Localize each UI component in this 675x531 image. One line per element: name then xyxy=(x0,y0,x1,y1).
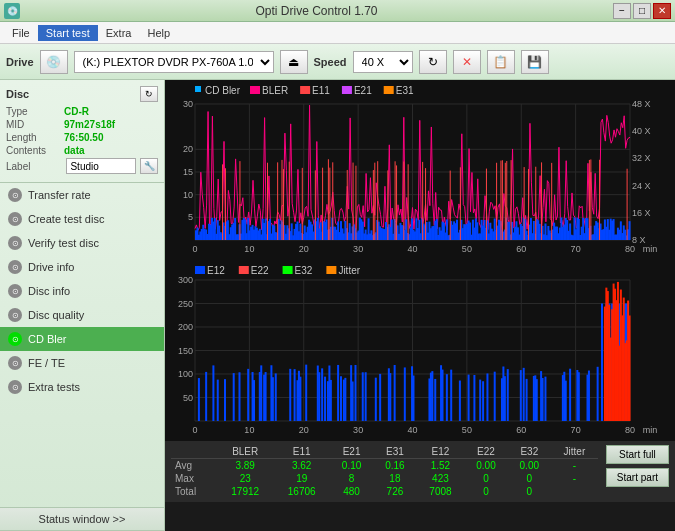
stats-buttons: Start full Start part xyxy=(606,445,669,487)
disc-refresh-button[interactable]: ↻ xyxy=(140,86,158,102)
speed-label: Speed xyxy=(314,56,347,68)
col-row-label xyxy=(171,445,217,459)
sidebar-item-extra-tests[interactable]: ⊙ Extra tests xyxy=(0,375,164,399)
stats-cell: 423 xyxy=(417,472,465,485)
refresh-button[interactable]: ↻ xyxy=(419,50,447,74)
window-title: Opti Drive Control 1.70 xyxy=(20,4,613,18)
copy-button[interactable]: 📋 xyxy=(487,50,515,74)
start-part-button[interactable]: Start part xyxy=(606,468,669,487)
window-controls: − □ ✕ xyxy=(613,3,671,19)
stats-cell: - xyxy=(551,459,598,473)
stats-cell: 3.89 xyxy=(217,459,274,473)
sidebar-item-transfer-rate[interactable]: ⊙ Transfer rate xyxy=(0,183,164,207)
drive-icon-btn[interactable]: 💿 xyxy=(40,50,68,74)
stats-cell: 0 xyxy=(508,485,551,498)
stats-cell: 0.00 xyxy=(508,459,551,473)
stats-cell: 0 xyxy=(464,485,507,498)
disc-type-label: Type xyxy=(6,106,64,117)
sidebar-item-disc-quality-label: Disc quality xyxy=(28,309,84,321)
sidebar-item-cd-bler-label: CD Bler xyxy=(28,333,67,345)
disc-mid-value: 97m27s18f xyxy=(64,119,115,130)
stats-cell: 0 xyxy=(464,472,507,485)
sidebar-item-cd-bler[interactable]: ⊙ CD Bler xyxy=(0,327,164,351)
disc-label-input[interactable] xyxy=(66,158,136,174)
stats-cell: 0 xyxy=(508,472,551,485)
disc-contents-value: data xyxy=(64,145,85,156)
stats-cell: 480 xyxy=(330,485,373,498)
app-icon: 💿 xyxy=(4,3,20,19)
stats-cell: 726 xyxy=(373,485,416,498)
col-bler: BLER xyxy=(217,445,274,459)
stats-cell xyxy=(551,485,598,498)
menu-help[interactable]: Help xyxy=(139,25,178,41)
sidebar-item-fe-te-label: FE / TE xyxy=(28,357,65,369)
stats-cell: 1.52 xyxy=(417,459,465,473)
stats-cell: 7008 xyxy=(417,485,465,498)
col-e31: E31 xyxy=(373,445,416,459)
sidebar-item-drive-info[interactable]: ⊙ Drive info xyxy=(0,255,164,279)
sidebar: Disc ↻ Type CD-R MID 97m27s18f Length 76… xyxy=(0,80,165,531)
sidebar-item-create-test-disc[interactable]: ⊙ Create test disc xyxy=(0,207,164,231)
col-e22: E22 xyxy=(464,445,507,459)
sidebar-item-verify-test-disc[interactable]: ⊙ Verify test disc xyxy=(0,231,164,255)
stats-row-label: Max xyxy=(171,472,217,485)
menu-extra[interactable]: Extra xyxy=(98,25,140,41)
start-full-button[interactable]: Start full xyxy=(606,445,669,464)
clear-button[interactable]: ✕ xyxy=(453,50,481,74)
status-window-button[interactable]: Status window >> xyxy=(0,507,164,531)
drive-label: Drive xyxy=(6,56,34,68)
stats-row-label: Total xyxy=(171,485,217,498)
stats-row-label: Avg xyxy=(171,459,217,473)
stats-cell: 17912 xyxy=(217,485,274,498)
sidebar-item-verify-test-disc-label: Verify test disc xyxy=(28,237,99,249)
stats-tbody: Avg3.893.620.100.161.520.000.00-Max23198… xyxy=(171,459,598,499)
col-e21: E21 xyxy=(330,445,373,459)
sidebar-item-disc-quality[interactable]: ⊙ Disc quality xyxy=(0,303,164,327)
sidebar-item-transfer-rate-label: Transfer rate xyxy=(28,189,91,201)
sidebar-menu: ⊙ Transfer rate ⊙ Create test disc ⊙ Ver… xyxy=(0,183,164,507)
disc-quality-icon: ⊙ xyxy=(8,308,22,322)
sidebar-item-disc-info-label: Disc info xyxy=(28,285,70,297)
sidebar-item-disc-info[interactable]: ⊙ Disc info xyxy=(0,279,164,303)
stats-cell: 0.16 xyxy=(373,459,416,473)
stats-cell: - xyxy=(551,472,598,485)
speed-select[interactable]: 40 X xyxy=(353,51,413,73)
stats-cell: 3.62 xyxy=(273,459,330,473)
main-content: BLER E11 E21 E31 E12 E22 E32 Jitter Avg3… xyxy=(165,80,675,531)
stats-cell: 18 xyxy=(373,472,416,485)
disc-length-value: 76:50.50 xyxy=(64,132,103,143)
stats-cell: 0.10 xyxy=(330,459,373,473)
menu-start-test[interactable]: Start test xyxy=(38,25,98,41)
sidebar-item-fe-te[interactable]: ⊙ FE / TE xyxy=(0,351,164,375)
eject-button[interactable]: ⏏ xyxy=(280,50,308,74)
disc-mid-label: MID xyxy=(6,119,64,130)
stats-cell: 0.00 xyxy=(464,459,507,473)
save-button[interactable]: 💾 xyxy=(521,50,549,74)
menu-file[interactable]: File xyxy=(4,25,38,41)
disc-label-label: Label xyxy=(6,161,62,172)
disc-contents-label: Contents xyxy=(6,145,64,156)
chart1-canvas xyxy=(165,80,675,260)
stats-cell: 19 xyxy=(273,472,330,485)
col-e12: E12 xyxy=(417,445,465,459)
cd-bler-icon: ⊙ xyxy=(8,332,22,346)
disc-length-label: Length xyxy=(6,132,64,143)
disc-label-icon-btn[interactable]: 🔧 xyxy=(140,158,158,174)
disc-panel: Disc ↻ Type CD-R MID 97m27s18f Length 76… xyxy=(0,80,164,183)
chart2-canvas xyxy=(165,260,675,441)
stats-table: BLER E11 E21 E31 E12 E22 E32 Jitter Avg3… xyxy=(171,445,598,498)
toolbar: Drive 💿 (K:) PLEXTOR DVDR PX-760A 1.07 ⏏… xyxy=(0,44,675,80)
drive-info-icon: ⊙ xyxy=(8,260,22,274)
maximize-button[interactable]: □ xyxy=(633,3,651,19)
disc-type-value: CD-R xyxy=(64,106,89,117)
close-button[interactable]: ✕ xyxy=(653,3,671,19)
minimize-button[interactable]: − xyxy=(613,3,631,19)
main-layout: Disc ↻ Type CD-R MID 97m27s18f Length 76… xyxy=(0,80,675,531)
menu-bar: File Start test Extra Help xyxy=(0,22,675,44)
col-jitter: Jitter xyxy=(551,445,598,459)
drive-select[interactable]: (K:) PLEXTOR DVDR PX-760A 1.07 xyxy=(74,51,274,73)
create-test-disc-icon: ⊙ xyxy=(8,212,22,226)
disc-info-icon: ⊙ xyxy=(8,284,22,298)
col-e11: E11 xyxy=(273,445,330,459)
title-bar: 💿 Opti Drive Control 1.70 − □ ✕ xyxy=(0,0,675,22)
